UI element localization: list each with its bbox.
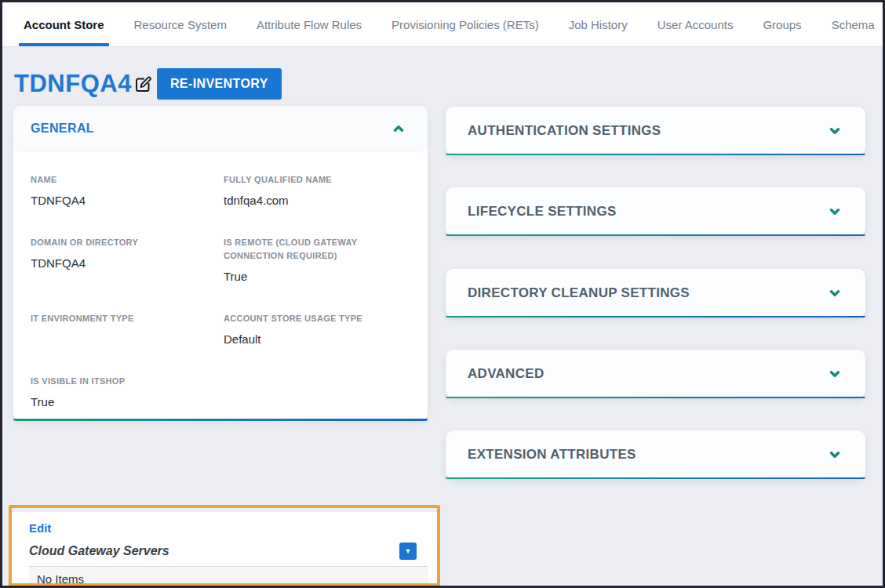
field-label: NAME <box>31 173 217 187</box>
section-title: ADVANCED <box>468 366 544 382</box>
field-label: DOMAIN OR DIRECTORY <box>31 236 217 249</box>
field-value <box>31 332 224 347</box>
field-label: IS VISIBLE IN ITSHOP <box>31 375 217 388</box>
edit-title-icon[interactable] <box>133 75 152 94</box>
re-inventory-button[interactable]: RE-INVENTORY <box>157 68 282 100</box>
field-value: tdnfqa4.com <box>224 194 410 208</box>
panel-gradient-border <box>446 234 865 236</box>
tab-user-accounts[interactable]: User Accounts <box>657 2 734 46</box>
field-account-store-usage-type: ACCOUNT STORE USAGE TYPE Default <box>224 312 410 347</box>
tab-groups[interactable]: Groups <box>763 2 801 46</box>
expand-chevron-down-icon[interactable] <box>821 198 848 225</box>
page-title: TDNFQA4 <box>14 70 132 98</box>
section-title: LIFECYCLE SETTINGS <box>468 204 617 220</box>
chevron-down-icon: ▼ <box>405 547 412 555</box>
extension-attributes-panel[interactable]: EXTENSION ATTRIBUTES <box>446 430 865 479</box>
section-title: EXTENSION ATTRIBUTES <box>468 447 636 463</box>
panel-gradient-border <box>446 477 865 479</box>
tab-provisioning-policies[interactable]: Provisioning Policies (RETs) <box>392 2 539 46</box>
tab-job-history[interactable]: Job History <box>569 2 628 46</box>
field-is-visible-in-itshop: IS VISIBLE IN ITSHOP True <box>31 375 224 409</box>
field-label: FULLY QUALIFIED NAME <box>224 173 410 187</box>
field-value: True <box>224 270 410 284</box>
general-panel: GENERAL NAME TDNFQA4 FULLY QUALIFIED NAM… <box>13 106 428 421</box>
section-title: DIRECTORY CLEANUP SETTINGS <box>468 285 690 301</box>
field-fully-qualified-name: FULLY QUALIFIED NAME tdnfqa4.com <box>224 173 410 208</box>
field-is-remote: IS REMOTE (CLOUD GATEWAY CONNECTION REQU… <box>224 236 410 284</box>
tab-account-store[interactable]: Account Store <box>24 2 104 46</box>
expand-chevron-down-icon[interactable] <box>821 441 848 468</box>
lifecycle-settings-panel[interactable]: LIFECYCLE SETTINGS <box>446 187 865 236</box>
no-items-row: No Items <box>29 566 428 588</box>
field-label: IS REMOTE (CLOUD GATEWAY CONNECTION REQU… <box>224 236 410 263</box>
field-value: Default <box>224 332 410 347</box>
page-header: TDNFQA4 RE-INVENTORY <box>14 68 282 100</box>
field-label: ACCOUNT STORE USAGE TYPE <box>224 312 410 325</box>
cloud-gateway-servers-header: Cloud Gateway Servers ▼ <box>29 543 417 566</box>
advanced-panel[interactable]: ADVANCED <box>446 350 865 398</box>
panel-gradient-border <box>13 419 428 421</box>
section-title: AUTHENTICATION SETTINGS <box>468 123 661 139</box>
account-store-page: { "tabs": [ { "label": "Account Store", … <box>0 0 885 588</box>
authentication-settings-panel[interactable]: AUTHENTICATION SETTINGS <box>446 107 865 155</box>
field-value: True <box>31 395 224 409</box>
top-tab-bar: Account Store Resource System Attribute … <box>2 2 883 47</box>
field-label: IT ENVIRONMENT TYPE <box>31 312 217 325</box>
tab-attribute-flow-rules[interactable]: Attribute Flow Rules <box>257 2 362 46</box>
field-it-environment-type: IT ENVIRONMENT TYPE <box>31 312 224 347</box>
field-name: NAME TDNFQA4 <box>31 173 224 208</box>
cloud-gateway-dropdown-button[interactable]: ▼ <box>399 543 417 560</box>
tab-schema[interactable]: Schema <box>832 2 875 46</box>
cloud-gateway-servers-title: Cloud Gateway Servers <box>29 544 169 558</box>
panel-gradient-border <box>446 316 865 318</box>
general-panel-fields: NAME TDNFQA4 FULLY QUALIFIED NAME tdnfqa… <box>13 151 428 409</box>
edit-link[interactable]: Edit <box>29 521 51 535</box>
directory-cleanup-settings-panel[interactable]: DIRECTORY CLEANUP SETTINGS <box>446 269 865 318</box>
expand-chevron-down-icon[interactable] <box>821 361 848 387</box>
tab-resource-system[interactable]: Resource System <box>134 2 227 46</box>
collapse-chevron-up-icon[interactable] <box>380 109 417 147</box>
general-panel-header[interactable]: GENERAL <box>13 106 428 151</box>
panel-gradient-border <box>446 397 865 398</box>
field-value: TDNFQA4 <box>31 194 224 208</box>
field-domain-or-directory: DOMAIN OR DIRECTORY TDNFQA4 <box>31 236 224 284</box>
cloud-gateway-servers-panel: Edit Cloud Gateway Servers ▼ No Items <box>12 512 437 588</box>
expand-chevron-down-icon[interactable] <box>821 280 848 307</box>
general-panel-title: GENERAL <box>31 122 94 136</box>
field-value: TDNFQA4 <box>31 256 224 270</box>
expand-chevron-down-icon[interactable] <box>821 118 848 144</box>
panel-gradient-border <box>446 154 865 155</box>
